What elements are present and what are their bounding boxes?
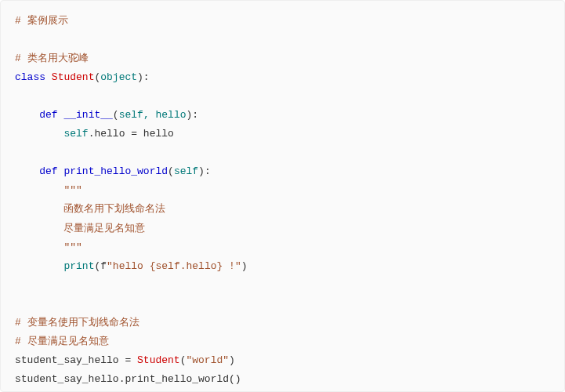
method-name: print_hello_world — [63, 165, 168, 177]
docstring-line1: 函数名用下划线命名法 — [63, 203, 165, 215]
keyword-def-init: def — [39, 109, 57, 121]
init-paren-open: ( — [113, 109, 119, 121]
f-prefix: f — [100, 260, 107, 272]
keyword-def-method: def — [39, 165, 57, 177]
paren-close-colon: ): — [137, 71, 150, 83]
usage-call-method: .print_hello_world() — [119, 373, 241, 385]
usage-ctor: Student — [137, 354, 180, 366]
init-body-assign: .hello = hello — [89, 128, 174, 140]
init-name: __init__ — [63, 109, 112, 121]
method-params: self — [174, 165, 198, 177]
print-call: print — [63, 260, 94, 272]
class-name: Student — [52, 71, 95, 83]
comment-var-rule1: # 变量名使用下划线命名法 — [15, 317, 139, 328]
usage-ctor-arg: "world" — [186, 354, 229, 366]
print-close: ) — [241, 260, 248, 272]
comment-title: # 案例展示 — [15, 15, 68, 27]
usage-ctor-close: ) — [229, 354, 235, 366]
method-paren-open: ( — [168, 165, 174, 177]
init-params: self, hello — [119, 109, 187, 121]
docstring-line2: 尽量满足见名知意 — [63, 223, 145, 234]
init-paren-close: ): — [187, 109, 199, 121]
usage-eq: = — [119, 354, 137, 366]
docstring-close: """ — [63, 241, 81, 253]
code-block: # 案例展示 # 类名用大驼峰 class Student(object): d… — [0, 0, 565, 392]
docstring-open: """ — [63, 184, 81, 196]
usage-call-obj: student_say_hello — [15, 373, 119, 385]
base-class: object — [100, 71, 137, 83]
usage-var: student_say_hello — [15, 354, 119, 366]
init-body-self: self — [63, 128, 88, 140]
method-paren-close: ): — [198, 165, 211, 177]
comment-class-rule: # 类名用大驼峰 — [15, 53, 89, 64]
keyword-class: class — [15, 71, 45, 83]
f-string: "hello {self.hello} !" — [107, 260, 241, 272]
comment-var-rule2: # 尽量满足见名知意 — [15, 336, 109, 347]
